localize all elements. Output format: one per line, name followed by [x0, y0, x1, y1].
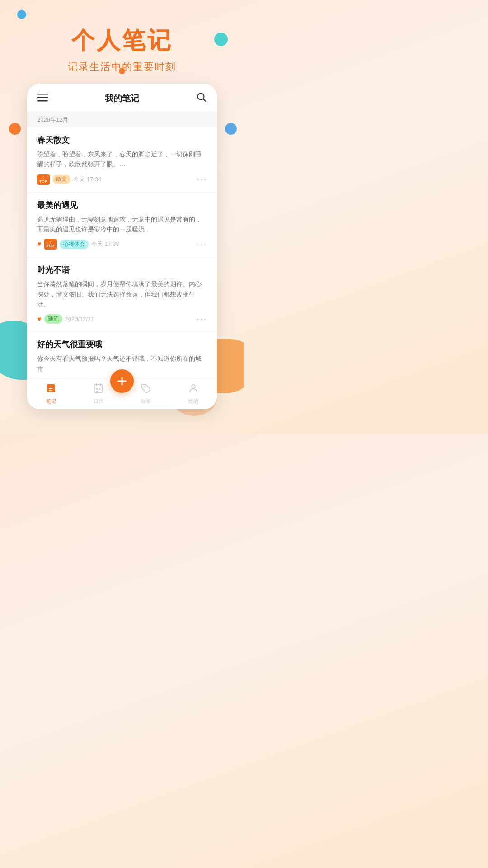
svg-rect-6	[49, 387, 53, 387]
date-header: 2020年12月	[27, 112, 217, 127]
content-area: 2020年12月 春天散文 盼望着，盼望着，东风来了，春天的脚步近了，一切像刚睡…	[27, 112, 217, 379]
calendar-icon	[93, 383, 104, 396]
note-time: 今天 17:34	[73, 175, 101, 184]
heart-icon: ♥	[37, 240, 42, 248]
nav-label-tags: 标签	[141, 398, 151, 405]
menu-icon[interactable]	[37, 94, 48, 104]
decorative-dot-blue-top	[17, 10, 26, 19]
header-area: 个人笔记 记录生活中的重要时刻	[0, 25, 244, 74]
svg-rect-8	[49, 390, 52, 391]
phone-card: 我的笔记 2020年12月 春天散文 盼望着，盼望着，东风来了，春天的脚步近了，…	[27, 84, 217, 409]
heart-icon: ♥	[37, 315, 42, 323]
fab-add-button[interactable]	[110, 369, 134, 393]
note-time: 今天 17:38	[91, 240, 119, 248]
notes-icon	[46, 383, 56, 396]
svg-rect-14	[99, 388, 100, 390]
top-bar: 我的笔记	[27, 84, 217, 112]
note-meta: ↑ TOP 散文 今天 17:34 ···	[37, 174, 207, 185]
nav-item-mine[interactable]: 我的	[169, 383, 217, 405]
note-tag: 随笔	[44, 314, 62, 324]
nav-label-calendar: 日历	[94, 398, 103, 405]
nav-label-notes: 笔记	[46, 398, 56, 405]
note-item[interactable]: 时光不语 当你蓦然落笔的瞬间，岁月便帮你填满了最美的期许。内心深处，情义依旧。我…	[27, 257, 217, 332]
note-time: 2020/12/11	[65, 316, 94, 322]
svg-rect-15	[96, 391, 98, 392]
more-icon[interactable]: ···	[197, 239, 207, 250]
note-meta-left: ♥ 随笔 2020/12/11	[37, 314, 94, 324]
note-meta-left: ♥ ↑ TOP 心得体会 今天 17:38	[37, 239, 119, 250]
svg-rect-9	[94, 385, 103, 392]
note-item[interactable]: 最美的遇见 遇见无需理由，无需刻意地追求，无意中的遇见是常有的，而最美的遇见也许…	[27, 193, 217, 258]
more-icon[interactable]: ···	[197, 314, 207, 324]
search-icon[interactable]	[196, 92, 207, 105]
more-icon[interactable]: ···	[197, 174, 207, 184]
note-title: 时光不语	[37, 264, 207, 275]
svg-point-18	[143, 386, 145, 387]
decorative-dot-orange-left	[9, 123, 21, 135]
svg-rect-0	[37, 94, 48, 95]
note-meta: ♥ ↑ TOP 心得体会 今天 17:38 ···	[37, 239, 207, 250]
nav-item-notes[interactable]: 笔记	[27, 383, 75, 405]
svg-rect-2	[37, 100, 48, 102]
note-preview: 遇见无需理由，无需刻意地追求，无意中的遇见是常有的，而最美的遇见也许是寒冷中的一…	[37, 214, 207, 235]
svg-rect-1	[37, 97, 48, 99]
nav-label-mine: 我的	[188, 398, 198, 405]
note-meta-left: ↑ TOP 散文 今天 17:34	[37, 174, 101, 185]
svg-point-19	[192, 385, 195, 388]
mine-icon	[188, 383, 199, 396]
top-bar-title: 我的笔记	[105, 93, 139, 104]
app-title: 个人笔记	[0, 25, 244, 57]
tags-icon	[141, 383, 151, 396]
note-item[interactable]: 春天散文 盼望着，盼望着，东风来了，春天的脚步近了，一切像刚睡醒的样子，欣欣然张…	[27, 127, 217, 193]
svg-rect-13	[96, 388, 98, 390]
note-tag: 心得体会	[60, 240, 89, 249]
top-badge: ↑ TOP	[44, 239, 57, 250]
svg-line-4	[203, 99, 206, 102]
note-preview: 盼望着，盼望着，东风来了，春天的脚步近了，一切像刚睡醒的样子，欣欣然张开了眼。…	[37, 149, 207, 170]
decorative-dot-blue-right	[225, 123, 237, 135]
note-preview: 当你蓦然落笔的瞬间，岁月便帮你填满了最美的期许。内心深处，情义依旧。我们无法选择…	[37, 279, 207, 309]
app-subtitle: 记录生活中的重要时刻	[0, 60, 244, 74]
top-badge: ↑ TOP	[37, 174, 50, 185]
note-title: 好的天气很重要哦	[37, 339, 207, 350]
svg-rect-7	[49, 388, 52, 389]
note-title: 最美的遇见	[37, 200, 207, 211]
note-meta: ♥ 随笔 2020/12/11 ···	[37, 314, 207, 324]
note-tag: 散文	[52, 175, 70, 184]
bottom-nav: 笔记 日历	[27, 379, 217, 409]
note-title: 春天散文	[37, 135, 207, 146]
